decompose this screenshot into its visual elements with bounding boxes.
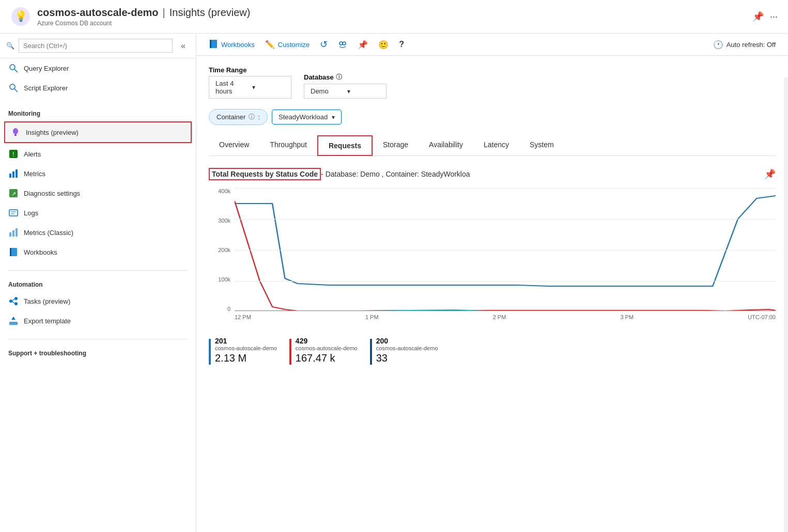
legend-name-200: cosmos-autoscale-demo xyxy=(376,345,438,351)
svg-rect-20 xyxy=(16,228,18,237)
toolbar: Workbooks ✏️ Customize ↺ 📌 🙂 ? xyxy=(196,34,788,56)
sidebar-item-label: Insights (preview) xyxy=(26,129,79,136)
svg-rect-15 xyxy=(9,210,18,216)
chart-y-axis: 400k 300k 200k 100k 0 xyxy=(209,188,235,312)
time-range-chevron: ▾ xyxy=(252,84,285,91)
chart-pin-button[interactable]: 📌 xyxy=(764,168,776,180)
database-chevron: ▾ xyxy=(347,88,380,95)
svg-rect-19 xyxy=(12,230,14,237)
sidebar-item-label: Metrics (Classic) xyxy=(24,229,73,237)
svg-line-26 xyxy=(12,299,14,301)
sidebar-item-workbooks[interactable]: Workbooks xyxy=(0,242,196,262)
database-label: Database ⓘ xyxy=(304,73,387,82)
svg-text:!: ! xyxy=(12,151,14,158)
svg-point-6 xyxy=(13,128,18,134)
pin-icon[interactable]: 📌 xyxy=(752,11,764,22)
sidebar-item-metrics-classic[interactable]: Metrics (Classic) xyxy=(0,223,196,242)
more-icon[interactable]: ··· xyxy=(770,11,778,22)
time-range-select[interactable]: Last 4 hours ▾ xyxy=(209,76,291,99)
tab-storage[interactable]: Storage xyxy=(373,135,419,155)
pin-toolbar-icon: 📌 xyxy=(358,40,368,50)
automation-section-title: Automation xyxy=(0,274,196,291)
refresh-toolbar-item[interactable]: ↺ xyxy=(320,39,328,50)
legend-info-200: 200 cosmos-autoscale-demo 33 xyxy=(376,337,438,364)
legend-value-200: 33 xyxy=(376,352,438,364)
sidebar-item-diagnostic-settings[interactable]: ↗ Diagnostic settings xyxy=(0,183,196,203)
insights-icon xyxy=(10,127,21,137)
clock-icon: 🕐 xyxy=(713,40,723,50)
sidebar-item-label: Export template xyxy=(24,317,71,325)
page-title: Insights (preview) xyxy=(169,7,251,19)
database-info-icon: ⓘ xyxy=(336,73,342,82)
search-input[interactable] xyxy=(19,39,173,53)
search-icon: 🔍 xyxy=(6,42,14,50)
insight-tabs: Overview Throughput Requests Storage Ava… xyxy=(209,135,776,156)
main-layout: 🔍 « Query Explorer Script Explorer Monit… xyxy=(0,34,788,532)
svg-rect-22 xyxy=(10,248,11,256)
pin-toolbar-item[interactable]: 📌 xyxy=(358,40,368,50)
collapse-button[interactable]: « xyxy=(177,41,190,51)
legend-value-429: 167.47 k xyxy=(296,352,358,364)
sidebar-item-logs[interactable]: Logs xyxy=(0,203,196,223)
database-select[interactable]: Demo ▾ xyxy=(304,84,387,99)
sidebar-item-tasks[interactable]: Tasks (preview) xyxy=(0,291,196,311)
tab-availability[interactable]: Availability xyxy=(419,135,473,155)
customize-toolbar-item[interactable]: ✏️ Customize xyxy=(265,40,310,49)
sidebar-nav: Query Explorer Script Explorer Monitorin… xyxy=(0,58,196,532)
help-toolbar-item[interactable]: ? xyxy=(399,40,404,49)
workbooks-toolbar-item[interactable]: Workbooks xyxy=(209,39,255,50)
tab-throughput[interactable]: Throughput xyxy=(259,135,317,155)
svg-rect-12 xyxy=(16,169,18,178)
app-header: 💡 cosmos-autoscale-demo | Insights (prev… xyxy=(0,0,788,34)
time-range-value: Last 4 hours xyxy=(215,80,248,95)
container-info-icon: ⓘ xyxy=(249,113,255,121)
chart-container: 400k 300k 200k 100k 0 xyxy=(209,188,776,333)
container-select[interactable]: SteadyWorkload ▾ xyxy=(272,109,342,124)
filters-row: Time Range Last 4 hours ▾ Database ⓘ Dem… xyxy=(209,66,776,99)
sidebar-item-label: Workbooks xyxy=(24,248,57,256)
sidebar-item-export-template[interactable]: Export template xyxy=(0,311,196,331)
sidebar-item-insights[interactable]: Insights (preview) xyxy=(4,121,192,143)
feedback1-toolbar-item[interactable] xyxy=(338,39,347,50)
y-label-100k: 100k xyxy=(218,276,230,283)
header-actions: 📌 ··· xyxy=(752,11,778,22)
tab-latency[interactable]: Latency xyxy=(473,135,519,155)
header-subtitle: Azure Cosmos DB account xyxy=(37,20,250,27)
sidebar-item-label: Logs xyxy=(24,209,38,217)
sidebar-item-label: Diagnostic settings xyxy=(24,190,80,197)
sidebar-search-container: 🔍 « xyxy=(0,34,196,58)
grid-line-0 xyxy=(235,311,776,311)
legend-value-201: 2.13 M xyxy=(215,352,277,364)
legend-code-429: 429 xyxy=(296,337,358,345)
container-chevron: ▾ xyxy=(332,114,335,121)
chart-legend: 201 cosmos-autoscale-demo 2.13 M 429 cos… xyxy=(209,337,776,365)
chart-title-boxed: Total Requests by Status Code xyxy=(209,168,321,180)
auto-refresh-label: Auto refresh: Off xyxy=(727,41,776,49)
container-label-text: Container xyxy=(217,113,245,121)
y-label-300k: 300k xyxy=(218,217,230,224)
y-label-400k: 400k xyxy=(218,188,230,194)
legend-name-201: cosmos-autoscale-demo xyxy=(215,345,277,351)
chart-plot-area xyxy=(235,188,776,312)
sidebar-item-metrics[interactable]: Metrics xyxy=(0,164,196,183)
svg-rect-10 xyxy=(9,174,11,178)
tab-system[interactable]: System xyxy=(519,135,564,155)
svg-rect-7 xyxy=(14,134,17,136)
chart-section: Total Requests by Status Code- Database:… xyxy=(209,168,776,365)
smiley-toolbar-item[interactable]: 🙂 xyxy=(378,40,389,50)
sidebar-item-alerts[interactable]: ! Alerts xyxy=(0,144,196,164)
x-label-1pm: 1 PM xyxy=(365,314,379,320)
tab-overview[interactable]: Overview xyxy=(209,135,259,155)
content-area: Time Range Last 4 hours ▾ Database ⓘ Dem… xyxy=(196,56,788,532)
database-value: Demo xyxy=(311,87,343,95)
sidebar-item-label: Tasks (preview) xyxy=(24,298,70,305)
tab-requests[interactable]: Requests xyxy=(317,135,373,156)
customize-toolbar-label: Customize xyxy=(278,41,310,49)
query-explorer-icon xyxy=(8,63,19,73)
sidebar-item-script-explorer[interactable]: Script Explorer xyxy=(0,78,196,98)
auto-refresh-control[interactable]: 🕐 Auto refresh: Off xyxy=(713,40,776,50)
legend-color-201 xyxy=(209,339,211,365)
customize-icon: ✏️ xyxy=(265,40,275,49)
svg-point-23 xyxy=(9,300,12,303)
sidebar-item-query-explorer[interactable]: Query Explorer xyxy=(0,58,196,78)
